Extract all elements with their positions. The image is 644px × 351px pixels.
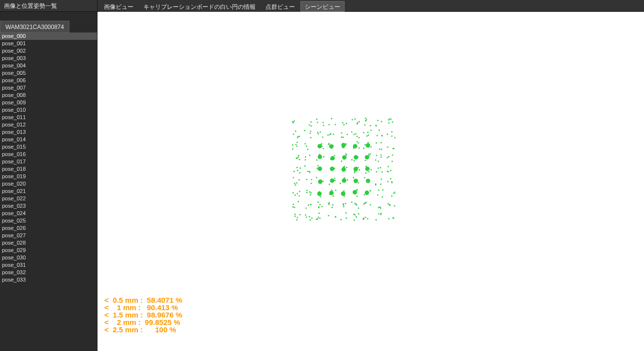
pose-list-item[interactable]: pose_011 <box>0 114 97 121</box>
svg-point-70 <box>394 137 396 138</box>
svg-point-81 <box>307 149 309 150</box>
svg-point-285 <box>387 203 389 205</box>
svg-point-305 <box>346 218 347 219</box>
svg-point-211 <box>299 191 300 192</box>
scene-viewport[interactable]: < 0.5 mm : 58.4071 %< 1 mm : 90.413 %< 1… <box>97 12 644 351</box>
svg-point-105 <box>381 149 383 150</box>
svg-point-64 <box>367 132 369 133</box>
pose-list-item[interactable]: pose_021 <box>0 188 97 195</box>
svg-point-173 <box>382 171 383 173</box>
camera-tab[interactable]: WAM3021CA3000874 <box>0 21 69 32</box>
svg-point-167 <box>365 172 367 174</box>
svg-point-248 <box>292 206 294 208</box>
svg-point-96 <box>358 142 359 144</box>
pose-list-item[interactable]: pose_003 <box>0 55 97 62</box>
pose-list-item[interactable]: pose_002 <box>0 47 97 55</box>
pose-list-item[interactable]: pose_006 <box>0 77 97 84</box>
svg-point-275 <box>363 203 365 205</box>
svg-point-44 <box>318 133 319 134</box>
pose-list-item[interactable]: pose_017 <box>0 158 97 165</box>
svg-point-257 <box>318 206 320 208</box>
svg-point-31 <box>390 119 392 120</box>
pose-list-item[interactable]: pose_032 <box>0 269 97 276</box>
svg-point-90 <box>346 143 347 145</box>
svg-point-129 <box>351 159 353 160</box>
view-tab[interactable]: シーンビュー <box>300 1 345 12</box>
view-tab[interactable]: 画像ビュー <box>99 1 138 12</box>
svg-point-344 <box>317 191 322 196</box>
pose-list-item[interactable]: pose_015 <box>0 143 97 151</box>
pose-list-item[interactable]: pose_004 <box>0 62 97 69</box>
pose-list-item[interactable]: pose_024 <box>0 210 97 217</box>
svg-point-277 <box>370 204 371 206</box>
svg-point-245 <box>394 191 395 193</box>
svg-point-333 <box>365 155 369 160</box>
svg-point-324 <box>318 144 322 148</box>
svg-point-109 <box>387 147 388 148</box>
pose-list-item[interactable]: pose_010 <box>0 106 97 114</box>
pose-list-item[interactable]: pose_013 <box>0 128 97 136</box>
view-tab[interactable]: 点群ビュー <box>261 1 299 12</box>
pose-list-item[interactable]: pose_008 <box>0 92 97 99</box>
svg-point-300 <box>319 213 320 214</box>
pose-list-item[interactable]: pose_030 <box>0 254 97 261</box>
svg-point-25 <box>364 125 366 126</box>
svg-point-39 <box>297 137 298 138</box>
pose-list-item[interactable]: pose_005 <box>0 69 97 77</box>
pose-list-item[interactable]: pose_012 <box>0 121 97 128</box>
svg-point-47 <box>320 131 321 133</box>
svg-point-18 <box>352 119 353 121</box>
pose-list-item[interactable]: pose_018 <box>0 165 97 173</box>
pose-list-item[interactable]: pose_028 <box>0 239 97 247</box>
svg-point-111 <box>299 159 300 160</box>
svg-point-117 <box>309 155 311 156</box>
svg-point-252 <box>308 204 309 206</box>
svg-point-256 <box>320 204 321 205</box>
pose-list-item[interactable]: pose_033 <box>0 276 97 284</box>
svg-point-182 <box>295 185 296 186</box>
svg-point-8 <box>322 122 324 123</box>
svg-point-207 <box>387 181 389 183</box>
svg-point-239 <box>378 190 380 191</box>
svg-point-69 <box>382 135 383 136</box>
svg-point-176 <box>386 170 388 172</box>
pose-list-item[interactable]: pose_027 <box>0 232 97 239</box>
svg-point-119 <box>323 156 324 158</box>
pose-list-item[interactable]: pose_019 <box>0 173 97 180</box>
svg-point-1 <box>293 121 295 122</box>
svg-point-204 <box>375 184 377 186</box>
svg-point-294 <box>310 220 311 221</box>
svg-point-189 <box>322 181 324 182</box>
svg-point-134 <box>375 160 377 161</box>
pose-list-item[interactable]: pose_001 <box>0 40 97 47</box>
pose-list-item[interactable]: pose_031 <box>0 261 97 269</box>
svg-point-48 <box>327 134 329 136</box>
svg-point-22 <box>365 118 366 119</box>
pose-list-item[interactable]: pose_009 <box>0 99 97 106</box>
pose-list[interactable]: pose_000pose_001pose_002pose_003pose_004… <box>0 32 97 351</box>
svg-point-306 <box>340 219 342 221</box>
pose-list-item[interactable]: pose_025 <box>0 217 97 224</box>
pose-list-item[interactable]: pose_016 <box>0 151 97 158</box>
pose-list-item[interactable]: pose_020 <box>0 180 97 188</box>
svg-point-65 <box>368 134 369 136</box>
svg-point-303 <box>335 217 336 218</box>
svg-point-237 <box>370 190 371 191</box>
pose-list-item[interactable]: pose_014 <box>0 136 97 143</box>
pose-list-item[interactable]: pose_029 <box>0 247 97 254</box>
svg-point-177 <box>388 171 389 172</box>
pose-list-item[interactable]: pose_023 <box>0 202 97 210</box>
pose-list-item[interactable]: pose_026 <box>0 224 97 232</box>
svg-point-127 <box>354 160 355 161</box>
svg-point-121 <box>334 155 335 157</box>
pose-list-item[interactable]: pose_000 <box>0 32 97 40</box>
svg-point-169 <box>368 171 370 172</box>
view-tab[interactable]: キャリブレーションボードの白い円の情報 <box>139 1 260 12</box>
svg-point-264 <box>343 206 345 207</box>
svg-point-95 <box>358 147 360 149</box>
pose-list-item[interactable]: pose_007 <box>0 84 97 92</box>
sidebar-title: 画像と位置姿勢一覧 <box>0 0 97 12</box>
svg-point-272 <box>351 201 353 203</box>
svg-point-108 <box>393 148 395 149</box>
pose-list-item[interactable]: pose_022 <box>0 195 97 202</box>
